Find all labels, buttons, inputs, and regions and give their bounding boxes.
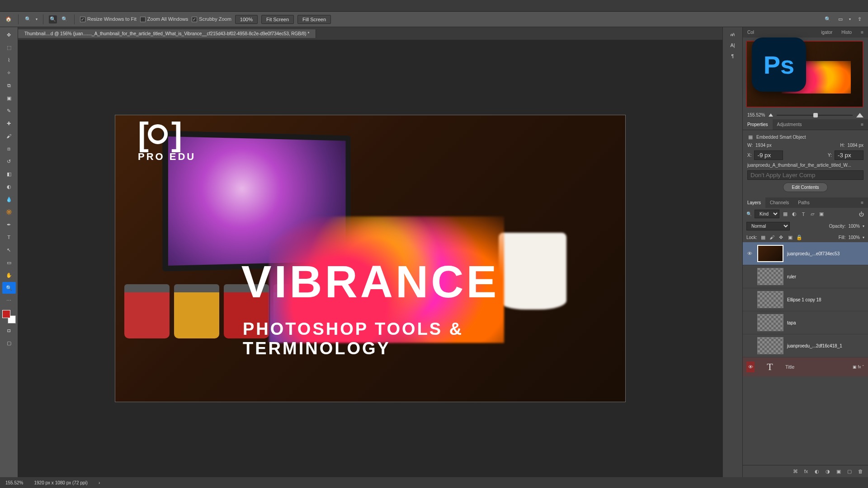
paragraph-panel-icon[interactable]: ¶: [731, 53, 734, 59]
layer-row[interactable]: Ellipse 1 copy 18: [743, 288, 868, 311]
navigator-preview[interactable]: Ps: [743, 38, 868, 111]
edit-contents-button[interactable]: Edit Contents: [783, 183, 827, 192]
search-icon[interactable]: 🔍: [824, 15, 832, 23]
panel-menu-icon[interactable]: ≡: [856, 197, 868, 208]
lasso-tool[interactable]: ⌇: [2, 54, 16, 66]
tab-channels[interactable]: Channels: [765, 197, 793, 208]
layer-filter-select[interactable]: Kind: [755, 210, 779, 218]
workspace-icon[interactable]: ▭: [836, 15, 844, 23]
lock-image-icon[interactable]: 🖌: [769, 234, 775, 240]
fit-screen-button[interactable]: Fit Screen: [261, 15, 294, 24]
zoom-tool[interactable]: 🔍: [2, 282, 16, 294]
document-tab[interactable]: Thumbnail....d @ 156% (juan......._A_thu…: [18, 29, 316, 38]
zoom-in-nav-icon[interactable]: [856, 113, 863, 117]
mask-icon[interactable]: ◐: [814, 468, 820, 474]
height-value: 1084 px: [847, 143, 863, 148]
options-bar: 🏠 🔍 ▾ 🔍 🔍 Resize Windows to Fit Zoom All…: [0, 12, 868, 27]
chevron-down-icon[interactable]: ▾: [849, 17, 851, 21]
visibility-icon[interactable]: 👁: [746, 361, 755, 372]
pen-tool[interactable]: ✒: [2, 219, 16, 230]
screenmode-tool[interactable]: ▢: [2, 337, 16, 349]
layer-row[interactable]: ruler: [743, 265, 868, 288]
fill-value[interactable]: 100%: [848, 235, 860, 240]
lock-nest-icon[interactable]: ▣: [787, 234, 793, 240]
crop-tool[interactable]: ⧉: [2, 80, 16, 91]
dodge-tool[interactable]: 🔆: [2, 206, 16, 218]
panel-menu-icon[interactable]: ≡: [856, 119, 868, 130]
healing-tool[interactable]: ✚: [2, 117, 16, 129]
lock-transparent-icon[interactable]: ▦: [760, 234, 766, 240]
eraser-tool[interactable]: ◧: [2, 168, 16, 180]
tab-layers[interactable]: Layers: [743, 197, 765, 208]
tab-navigator[interactable]: igator: [816, 27, 837, 38]
wand-tool[interactable]: ✧: [2, 67, 16, 79]
tab-adjustments[interactable]: Adjustments: [773, 119, 807, 130]
navigator-zoom-slider[interactable]: [777, 115, 853, 116]
frame-tool[interactable]: ▣: [2, 92, 16, 104]
share-icon[interactable]: ⇪: [855, 15, 863, 23]
zoom-out-icon[interactable]: 🔍: [61, 15, 69, 23]
resize-windows-check[interactable]: Resize Windows to Fit: [80, 16, 137, 22]
group-icon[interactable]: ▣: [835, 468, 842, 474]
adjustment-icon[interactable]: ◑: [825, 468, 831, 474]
hand-tool[interactable]: ✋: [2, 269, 16, 281]
tab-color[interactable]: Col: [743, 27, 759, 38]
smartobject-icon: ▦: [747, 134, 754, 140]
filter-adjust-icon[interactable]: ◐: [791, 211, 797, 217]
fill-screen-button[interactable]: Fill Screen: [297, 15, 331, 24]
filter-image-icon[interactable]: ▦: [782, 211, 788, 217]
trash-icon[interactable]: 🗑: [857, 468, 863, 474]
filter-toggle-icon[interactable]: ⏻: [858, 211, 864, 217]
filter-smart-icon[interactable]: ▣: [818, 211, 825, 217]
tab-paths[interactable]: Paths: [793, 197, 814, 208]
blur-tool[interactable]: 💧: [2, 193, 16, 205]
scrubby-zoom-check[interactable]: Scrubby Zoom: [192, 16, 231, 22]
zoom-all-check[interactable]: Zoom All Windows: [140, 16, 188, 22]
x-field[interactable]: [754, 150, 783, 160]
filter-type-icon[interactable]: T: [800, 211, 807, 217]
history-brush-tool[interactable]: ↺: [2, 155, 16, 167]
tab-history[interactable]: Histo: [837, 27, 856, 38]
opacity-value[interactable]: 100%: [848, 224, 860, 229]
y-field[interactable]: [835, 150, 863, 160]
gradient-tool[interactable]: ◐: [2, 181, 16, 192]
new-layer-icon[interactable]: ▢: [846, 468, 853, 474]
type-tool[interactable]: T: [2, 231, 16, 243]
brush-tool[interactable]: 🖌: [2, 130, 16, 142]
shape-tool[interactable]: ▭: [2, 257, 16, 268]
zoom-out-nav-icon[interactable]: [769, 113, 773, 117]
layer-row[interactable]: 👁 T Title ▣ fx ˅: [743, 357, 868, 376]
character-panel-icon[interactable]: 🗚: [730, 32, 735, 37]
zoom-100-button[interactable]: 100%: [235, 15, 258, 24]
stamp-tool[interactable]: ⧈: [2, 143, 16, 155]
color-swatches[interactable]: [2, 310, 16, 324]
home-icon[interactable]: 🏠: [5, 15, 13, 23]
lock-all-icon[interactable]: 🔒: [796, 234, 802, 240]
zoom-in-icon[interactable]: 🔍: [49, 15, 57, 23]
path-tool[interactable]: ↖: [2, 244, 16, 256]
filter-shape-icon[interactable]: ▱: [809, 211, 816, 217]
tab-properties[interactable]: Properties: [743, 119, 773, 130]
type-panel-icon[interactable]: A|: [730, 42, 735, 48]
layer-row[interactable]: tapa: [743, 311, 868, 334]
chevron-down-icon[interactable]: ▾: [36, 17, 38, 21]
status-chevron-icon[interactable]: ›: [99, 480, 100, 485]
eyedropper-tool[interactable]: ✎: [2, 105, 16, 117]
move-tool[interactable]: ✥: [2, 29, 16, 41]
status-zoom[interactable]: 155.52%: [5, 480, 23, 485]
blend-mode-select[interactable]: Normal: [746, 222, 790, 230]
layer-name: juanproedu_...2df16c418_1: [787, 343, 842, 348]
marquee-tool[interactable]: ⬚: [2, 42, 16, 53]
link-layers-icon[interactable]: ⌘: [792, 468, 798, 474]
fx-badge[interactable]: ▣ fx ˅: [853, 365, 864, 369]
panel-menu-icon[interactable]: ≡: [856, 27, 868, 38]
quickmask-tool[interactable]: ◘: [2, 324, 16, 336]
more-tools[interactable]: ⋯: [2, 295, 16, 306]
fx-icon[interactable]: fx: [803, 468, 809, 474]
lock-position-icon[interactable]: ✥: [778, 234, 784, 240]
layer-row[interactable]: 👁 juanproedu_...e0f734ec53: [743, 242, 868, 265]
canvas[interactable]: [] PRO EDU VIBRANCE PHOTOSHOP TOOLS & TE…: [115, 115, 626, 402]
zoom-tool-icon[interactable]: 🔍: [24, 15, 32, 23]
layer-row[interactable]: juanproedu_...2df16c418_1: [743, 334, 868, 357]
visibility-icon[interactable]: 👁: [745, 251, 754, 256]
